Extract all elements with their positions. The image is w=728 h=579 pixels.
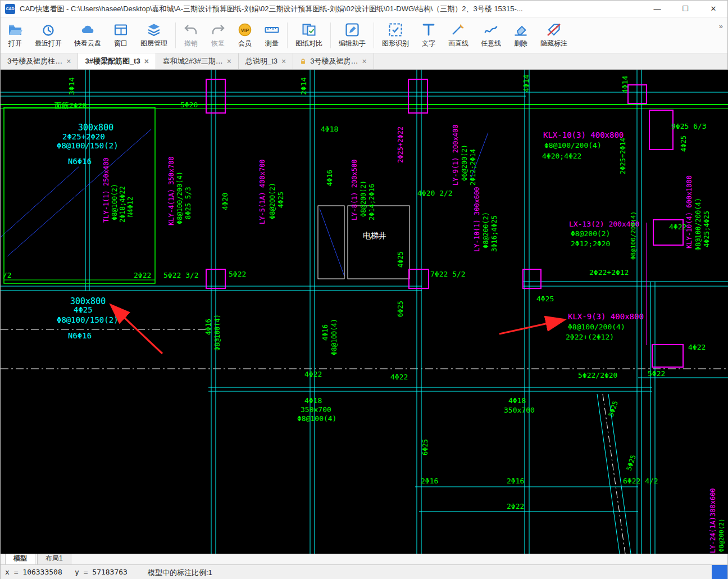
document-tab-label: 3号楼及裙房… (310, 56, 358, 66)
toolbar-button-delete[interactable]: 删除 (507, 20, 534, 51)
cad-label: 4Φ16 (326, 170, 334, 186)
document-tab-label: 3号楼及裙房柱… (7, 56, 62, 66)
cad-label: 4Φ25;4Φ25 (703, 211, 711, 247)
cad-label: 2Φ22 (507, 502, 524, 510)
cad-label: 4Φ14 (621, 76, 629, 93)
app-window: CAD CAD快速看图 - C:\Users\hasee\Desktop\嘉和城… (0, 0, 728, 579)
document-tab-3[interactable]: 总说明_t3× (239, 53, 293, 69)
cad-label: 5Φ20 (180, 101, 198, 109)
cad-label: /2 (3, 271, 12, 279)
cad-label: 8Φ25 5/3 (184, 187, 192, 219)
cad-label: 350x700 (301, 405, 331, 414)
toolbar-button-text[interactable]: 文字 (415, 20, 442, 51)
toolbar-separator (175, 22, 176, 48)
cad-label: 350x700 (504, 406, 535, 414)
toolbar-button-recognize[interactable]: 图形识别 (376, 20, 415, 51)
toolbar-button-freeline[interactable]: 任意线 (475, 20, 507, 51)
sheet-tab-0[interactable]: 模型 (5, 552, 35, 564)
cad-label: 4Φ22 (304, 370, 322, 378)
document-tab-0[interactable]: 3号楼及裙房柱…× (1, 53, 78, 69)
toolbar-button-label: 最近打开 (35, 39, 62, 48)
cad-label: KLY-4(1A) 350x700 (167, 156, 175, 225)
status-corner-indicator[interactable] (712, 565, 727, 579)
toolbar-button-recent[interactable]: 最近打开 (29, 20, 68, 51)
cad-label: 4Φ25 (536, 295, 554, 303)
cad-label: Φ6@200(2) (461, 144, 468, 181)
cad-drawing-canvas[interactable]: 3Φ14面筋2Φ205Φ202Φ144Φ144Φ14300x8002Φ25+2Φ… (1, 70, 728, 554)
toolbar-button-label: 恢复 (211, 39, 225, 48)
cad-label: 4Φ14 (522, 75, 530, 92)
cad-label: LY-8(1) 200x500 (351, 160, 358, 220)
cad-label: 4Φ16 (204, 319, 212, 335)
cad-label: 4Φ16 (321, 324, 329, 341)
cad-label: Φ8@100(4) (297, 414, 336, 423)
cad-label: 5Φ22 (648, 369, 665, 378)
toolbar-separator (287, 22, 288, 48)
toolbar-button-cloud[interactable]: 快看云盘 (68, 20, 107, 51)
document-tab-4[interactable]: 3号楼及裙房…× (293, 53, 374, 69)
cad-label: Φ8@200(2) (718, 518, 725, 552)
toolbar-button-window[interactable]: 窗口 (107, 20, 134, 51)
cad-label: LY-10(1) 300x600 (473, 187, 481, 252)
toolbar-overflow-chevron[interactable]: » (719, 22, 723, 30)
cad-label: 6Φ25 (397, 301, 404, 317)
toolbar-button-undo[interactable]: 撤销 (178, 20, 204, 51)
svg-text:VIP: VIP (241, 27, 249, 33)
toolbar-button-hide[interactable]: 隐藏标注 (534, 20, 574, 51)
cad-label: 2Φ12;2Φ20 (571, 239, 610, 248)
cad-label: KLX-9(3) 400x800 (568, 312, 644, 321)
titlebar: CAD CAD快速看图 - C:\Users\hasee\Desktop\嘉和城… (1, 1, 727, 17)
cad-label: Φ8@200(2) (269, 183, 276, 219)
toolbar-button-vip[interactable]: VIP会员 (231, 20, 258, 51)
cad-label: 4Φ25 (277, 192, 285, 208)
toolbar-separator (330, 22, 331, 48)
cad-label: Φ8@100/150(2) (57, 315, 119, 324)
tab-close-icon[interactable]: × (362, 57, 366, 65)
cad-label: 3Φ14 (67, 78, 76, 95)
cad-label: 2Φ18;4Φ22 (119, 186, 126, 223)
toolbar-button-measure[interactable]: 测量 (258, 20, 285, 51)
cad-label: Φ8@100(4) (213, 314, 221, 351)
cad-label: Φ8@100/200(4) (544, 141, 602, 150)
cad-label: LY-24(1A)300x600 (709, 488, 717, 553)
cad-label: 2Φ22+(2Φ12) (566, 333, 614, 341)
cad-label: 300x800 (78, 123, 113, 133)
tab-close-icon[interactable]: × (227, 57, 231, 65)
toolbar-button-open[interactable]: 打开 (2, 20, 29, 51)
toolbar-items: 打开最近打开快看云盘窗口图层管理撤销恢复VIP会员测量图纸对比编辑助手图形识别文… (2, 17, 574, 53)
drawing-area[interactable]: 3Φ14面筋2Φ205Φ202Φ144Φ144Φ14300x8002Φ25+2Φ… (1, 70, 727, 554)
cad-label: 2Φ25+2Φ14 (619, 138, 627, 174)
open-icon (8, 22, 22, 37)
toolbar-button-layers[interactable]: 图层管理 (134, 20, 174, 51)
recognize-icon (388, 22, 403, 37)
toolbar-button-label: 画直线 (448, 39, 468, 48)
document-tab-1[interactable]: 3#楼梁配筋图_t3× (78, 53, 156, 69)
document-tabbar: 3号楼及裙房柱…×3#楼梁配筋图_t3×嘉和城2#3#三期…×总说明_t3×3号… (1, 53, 727, 70)
toolbar-button-redo[interactable]: 恢复 (204, 20, 231, 51)
layers-icon (147, 22, 161, 37)
cad-label: 2Φ14 (299, 78, 308, 95)
cad-label: 面筋2Φ20 (54, 101, 87, 110)
window-controls: — ☐ ✕ (643, 1, 727, 17)
cad-label: 4Φ22 (688, 343, 706, 351)
sheet-tab-1[interactable]: 布局1 (37, 553, 71, 564)
cad-label: 4Φ25 (74, 305, 93, 314)
tab-close-icon[interactable]: × (281, 57, 286, 65)
close-button[interactable]: ✕ (699, 1, 727, 17)
document-tab-2[interactable]: 嘉和城2#3#三期…× (156, 53, 239, 69)
tab-close-icon[interactable]: × (144, 57, 149, 65)
cad-label: 4Φ20 (221, 193, 229, 210)
maximize-button[interactable]: ☐ (671, 1, 699, 17)
toolbar-button-compare[interactable]: 图纸对比 (289, 20, 329, 51)
toolbar-button-line[interactable]: 画直线 (442, 20, 475, 51)
minimize-button[interactable]: — (643, 1, 671, 17)
tab-close-icon[interactable]: × (66, 57, 71, 65)
toolbar-button-label: 图层管理 (140, 39, 167, 48)
toolbar-button-assistant[interactable]: 编辑助手 (333, 20, 372, 51)
cad-label: 4Φ20;4Φ22 (542, 152, 581, 160)
cad-label: 3Φ16;4Φ25 (490, 215, 498, 252)
toolbar-button-label: 快看云盘 (74, 39, 101, 48)
text-icon (421, 22, 436, 37)
cad-label: LY-9(1) 200x400 (452, 125, 459, 186)
undo-icon (184, 22, 198, 37)
